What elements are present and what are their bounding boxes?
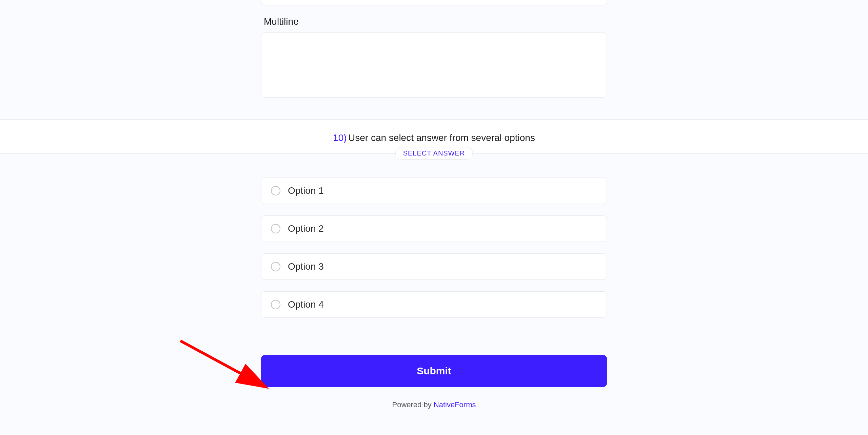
options-section: Option 1 Option 2 Option 3 Option 4 xyxy=(0,154,868,338)
radio-icon xyxy=(271,224,280,233)
footer-link[interactable]: NativeForms xyxy=(434,400,476,409)
radio-icon xyxy=(271,300,280,309)
previous-input-partial[interactable] xyxy=(261,0,607,5)
option-label: Option 2 xyxy=(288,223,324,234)
multiline-label: Multiline xyxy=(261,16,607,27)
option-label: Option 4 xyxy=(288,299,324,310)
submit-section: Submit xyxy=(0,338,868,394)
question-10-header: 10) User can select answer from several … xyxy=(0,120,868,153)
option-label: Option 3 xyxy=(288,261,324,272)
submit-button[interactable]: Submit xyxy=(261,355,607,387)
question-number: 10) xyxy=(333,132,347,143)
multiline-textarea[interactable] xyxy=(261,33,607,98)
select-answer-badge: SELECT ANSWER xyxy=(395,147,473,160)
option-2[interactable]: Option 2 xyxy=(261,215,607,242)
option-label: Option 1 xyxy=(288,185,324,196)
radio-icon xyxy=(271,186,280,195)
option-4[interactable]: Option 4 xyxy=(261,291,607,318)
option-1[interactable]: Option 1 xyxy=(261,178,607,204)
radio-icon xyxy=(271,262,280,271)
footer-prefix: Powered by xyxy=(392,400,434,409)
footer: Powered by NativeForms xyxy=(0,394,868,416)
question-text: User can select answer from several opti… xyxy=(348,132,535,143)
option-3[interactable]: Option 3 xyxy=(261,253,607,280)
multiline-section: Multiline xyxy=(0,0,868,119)
